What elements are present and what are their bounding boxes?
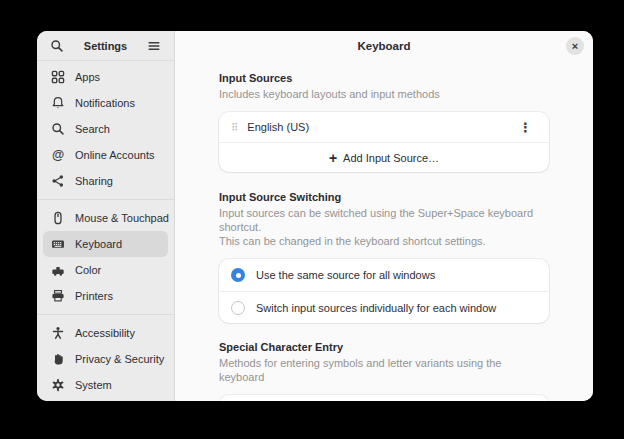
radio-selected[interactable]	[231, 268, 245, 282]
desktop-background: { "colors": { "accent": "#3584e4", "side…	[0, 0, 624, 439]
apps-grid-icon	[50, 69, 66, 85]
share-nodes-icon	[50, 173, 66, 189]
mouse-icon	[50, 210, 66, 226]
option-label: Use the same source for all windows	[256, 269, 435, 281]
sidebar-item-accessibility[interactable]: Accessibility	[43, 320, 168, 346]
switching-description: Input sources can be switched using the …	[219, 206, 549, 248]
input-sources-heading: Input Sources	[219, 71, 549, 85]
per-window-option[interactable]: Switch input sources individually for ea…	[219, 291, 549, 323]
kebab-menu-icon[interactable]: ⋮	[514, 118, 537, 137]
hamburger-menu-icon	[147, 39, 161, 53]
sidebar-item-label: Sharing	[75, 175, 113, 187]
colorimeter-icon	[50, 262, 66, 278]
sidebar-item-system[interactable]: System	[43, 372, 168, 398]
magnifier-icon	[50, 121, 66, 137]
sidebar-item-label: Mouse & Touchpad	[75, 212, 169, 224]
plus-icon: +	[329, 151, 337, 165]
sidebar-item-notifications[interactable]: Notifications	[43, 90, 168, 116]
search-button[interactable]	[47, 36, 67, 56]
special-entry-subtitle: Methods for entering symbols and letter …	[219, 356, 549, 384]
sidebar-item-privacy-security[interactable]: Privacy & Security	[43, 346, 168, 372]
sidebar-item-color[interactable]: Color	[43, 257, 168, 283]
keyboard-panel: Keyboard × Input Sources Includes keyboa…	[175, 31, 593, 401]
main-headerbar: Keyboard ×	[175, 31, 593, 61]
add-input-source-button[interactable]: + Add Input Source…	[219, 142, 549, 172]
page-title: Keyboard	[175, 40, 593, 52]
keyboard-icon	[50, 236, 66, 252]
sidebar-header: Settings	[37, 31, 174, 61]
close-button[interactable]: ×	[566, 37, 584, 55]
keyboard-content: Input Sources Includes keyboard layouts …	[175, 61, 593, 401]
input-source-name: English (US)	[247, 121, 309, 133]
sidebar-item-label: Notifications	[75, 97, 135, 109]
input-sources-card: ⠿ English (US) ⋮ + Add Input Source…	[219, 112, 549, 172]
sidebar-item-apps[interactable]: Apps	[43, 64, 168, 90]
printer-icon	[50, 288, 66, 304]
sidebar-item-label: Accessibility	[75, 327, 135, 339]
at-sign-icon: @	[50, 147, 66, 163]
add-input-source-label: Add Input Source…	[343, 152, 439, 164]
input-source-row[interactable]: ⠿ English (US) ⋮	[219, 112, 549, 142]
input-sources-subtitle: Includes keyboard layouts and input meth…	[219, 87, 549, 101]
sidebar: Settings Apps Notifications	[37, 31, 175, 401]
sidebar-item-label: System	[75, 379, 112, 391]
sidebar-item-label: Printers	[75, 290, 113, 302]
gear-icon	[50, 377, 66, 393]
sidebar-list: Apps Notifications Search @ Online Accou…	[37, 61, 174, 401]
search-icon	[50, 39, 64, 53]
sidebar-item-online-accounts[interactable]: @ Online Accounts	[43, 142, 168, 168]
bell-icon	[50, 95, 66, 111]
sidebar-item-sharing[interactable]: Sharing	[43, 168, 168, 194]
alternate-characters-row[interactable]: Alternate Characters Key Right Alt ›	[219, 395, 549, 401]
sidebar-item-label: Privacy & Security	[75, 353, 164, 365]
hand-icon	[50, 351, 66, 367]
sidebar-item-mouse-touchpad[interactable]: Mouse & Touchpad	[43, 205, 168, 231]
sidebar-title: Settings	[67, 40, 144, 52]
sidebar-divider	[37, 314, 174, 315]
sidebar-item-label: Keyboard	[75, 238, 122, 250]
drag-handle-icon[interactable]: ⠿	[231, 122, 237, 133]
option-label: Switch input sources individually for ea…	[256, 302, 496, 314]
main-menu-button[interactable]	[144, 36, 164, 56]
radio-unselected[interactable]	[231, 301, 245, 315]
sidebar-item-label: Search	[75, 123, 110, 135]
switching-heading: Input Source Switching	[219, 190, 549, 204]
switching-card: Use the same source for all windows Swit…	[219, 259, 549, 323]
accessibility-person-icon	[50, 325, 66, 341]
sidebar-item-label: Apps	[75, 71, 100, 83]
sidebar-item-search[interactable]: Search	[43, 116, 168, 142]
close-icon: ×	[572, 41, 578, 52]
sidebar-item-label: Online Accounts	[75, 149, 155, 161]
special-entry-heading: Special Character Entry	[219, 340, 549, 354]
sidebar-item-printers[interactable]: Printers	[43, 283, 168, 309]
special-entry-card: Alternate Characters Key Right Alt › Com…	[219, 395, 549, 401]
sidebar-divider	[37, 199, 174, 200]
sidebar-item-label: Color	[75, 264, 101, 276]
same-source-option[interactable]: Use the same source for all windows	[219, 259, 549, 291]
settings-window: Settings Apps Notifications	[37, 31, 593, 401]
sidebar-item-keyboard[interactable]: Keyboard	[43, 231, 168, 257]
